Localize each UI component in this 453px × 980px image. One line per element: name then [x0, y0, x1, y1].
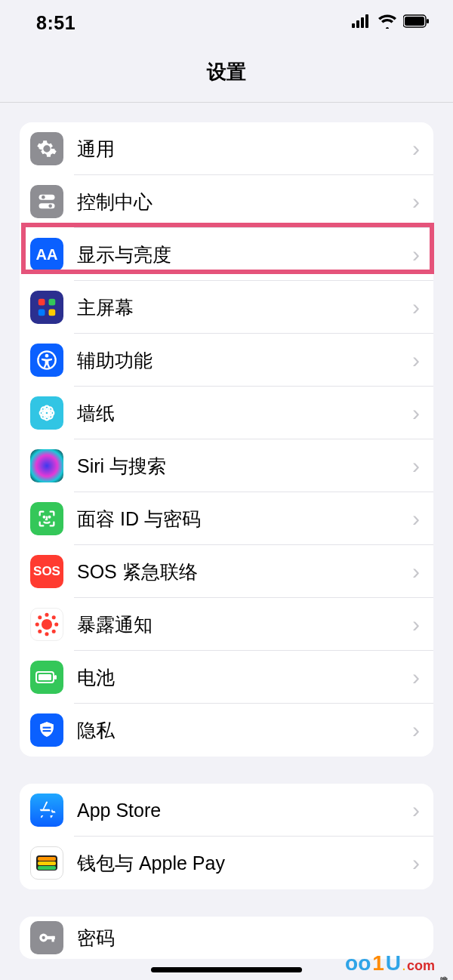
svg-point-30: [46, 633, 48, 635]
page-header: 设置: [0, 45, 453, 102]
svg-point-10: [48, 205, 52, 208]
wm-dot: .: [402, 960, 405, 972]
wm-part3: U: [386, 951, 401, 975]
svg-rect-38: [39, 674, 51, 680]
faceid-icon: [30, 502, 63, 535]
row-label: 面容 ID 与密码: [77, 507, 412, 532]
svg-rect-11: [39, 299, 45, 306]
header-divider: [0, 102, 453, 103]
settings-row-faceid-passcode[interactable]: 面容 ID 与密码 ›: [20, 492, 433, 545]
gear-icon: [30, 132, 63, 165]
home-indicator[interactable]: [151, 967, 302, 972]
wifi-icon: [378, 14, 397, 32]
chevron-right-icon: ›: [412, 189, 420, 214]
row-label: 电池: [77, 665, 412, 690]
wm-part2: 1: [372, 951, 384, 975]
chevron-right-icon: ›: [412, 506, 420, 532]
accessibility-icon: [30, 344, 63, 377]
svg-point-47: [42, 936, 45, 939]
row-label: 控制中心: [77, 190, 412, 214]
svg-rect-12: [49, 299, 56, 306]
exposure-icon: [30, 608, 63, 641]
svg-rect-45: [38, 866, 56, 870]
settings-row-siri-search[interactable]: Siri 与搜索 ›: [20, 439, 433, 492]
settings-row-exposure-notification[interactable]: 暴露通知 ›: [20, 598, 433, 651]
settings-row-home-screen[interactable]: 主屏幕 ›: [20, 281, 433, 334]
appstore-icon: [30, 794, 63, 827]
svg-rect-41: [43, 730, 51, 732]
row-label: 通用: [77, 137, 412, 162]
svg-rect-44: [38, 861, 56, 865]
svg-point-29: [46, 614, 48, 616]
settings-row-battery[interactable]: 电池 ›: [20, 651, 433, 704]
row-label: 隐私: [77, 718, 412, 743]
settings-row-wallpaper[interactable]: 墙纸 ›: [20, 387, 433, 439]
chevron-right-icon: ›: [412, 559, 420, 584]
row-label: SOS 紧急联络: [77, 559, 412, 584]
status-bar: 8:51: [0, 0, 453, 45]
settings-row-wallet-applepay[interactable]: 钱包与 Apple Pay ›: [20, 837, 433, 889]
settings-row-privacy[interactable]: 隐私 ›: [20, 704, 433, 757]
row-label: 暴露通知: [77, 612, 412, 637]
svg-rect-1: [356, 20, 359, 28]
svg-rect-40: [43, 727, 51, 729]
svg-point-8: [42, 196, 45, 199]
row-label: 密码: [77, 926, 420, 951]
settings-row-general[interactable]: 通用 ›: [20, 122, 433, 175]
svg-rect-14: [49, 310, 56, 316]
svg-point-31: [36, 624, 39, 626]
chevron-right-icon: ›: [412, 347, 420, 373]
row-label: 主屏幕: [77, 295, 412, 320]
wm-part1: oo: [345, 951, 371, 975]
svg-rect-7: [39, 195, 55, 200]
chevron-right-icon: ›: [412, 850, 420, 876]
svg-rect-9: [39, 203, 55, 208]
watermark: oo1U.com游戏: [345, 951, 448, 975]
battery-icon: [30, 661, 63, 694]
svg-rect-5: [405, 17, 424, 26]
siri-icon: [30, 449, 63, 482]
wallet-icon: [30, 846, 63, 880]
svg-point-32: [55, 624, 57, 626]
row-label: 辅助功能: [77, 348, 412, 373]
status-time: 8:51: [36, 12, 76, 34]
chevron-right-icon: ›: [412, 453, 420, 479]
passwords-icon: [30, 921, 63, 954]
chevron-right-icon: ›: [412, 612, 420, 637]
svg-rect-43: [38, 857, 56, 861]
settings-row-sos[interactable]: SOS SOS 紧急联络 ›: [20, 545, 433, 598]
chevron-right-icon: ›: [412, 136, 420, 162]
chevron-right-icon: ›: [412, 797, 420, 823]
settings-row-control-center[interactable]: 控制中心 ›: [20, 175, 433, 228]
settings-row-display-brightness[interactable]: AA 显示与亮度 ›: [20, 228, 433, 281]
chevron-right-icon: ›: [412, 664, 420, 690]
settings-row-appstore[interactable]: App Store ›: [20, 784, 433, 837]
svg-point-36: [53, 630, 55, 633]
settings-group-1: 通用 › 控制中心 › AA 显示与亮度 › 主屏幕 › 辅助功能 ›: [20, 122, 433, 757]
switches-icon: [30, 185, 63, 218]
wallpaper-icon: [30, 396, 63, 430]
page-title: 设置: [0, 59, 453, 85]
wm-suffix: com: [407, 958, 435, 974]
chevron-right-icon: ›: [412, 294, 420, 320]
svg-point-33: [39, 616, 41, 618]
svg-rect-13: [39, 310, 45, 316]
chevron-right-icon: ›: [412, 717, 420, 743]
chevron-right-icon: ›: [412, 400, 420, 426]
svg-rect-49: [52, 936, 54, 942]
svg-point-34: [53, 616, 55, 618]
sos-icon: SOS: [30, 555, 63, 588]
svg-point-26: [44, 516, 45, 518]
row-label: 显示与亮度: [77, 242, 412, 267]
svg-rect-6: [427, 19, 429, 23]
status-icons: [352, 14, 430, 32]
row-label: Siri 与搜索: [77, 454, 412, 479]
privacy-icon: [30, 713, 63, 747]
battery-icon-status: [403, 14, 430, 31]
svg-point-27: [49, 516, 51, 518]
svg-rect-0: [352, 23, 355, 28]
svg-rect-3: [365, 14, 368, 28]
svg-point-35: [39, 630, 41, 633]
svg-rect-2: [361, 17, 364, 28]
settings-row-accessibility[interactable]: 辅助功能 ›: [20, 334, 433, 387]
